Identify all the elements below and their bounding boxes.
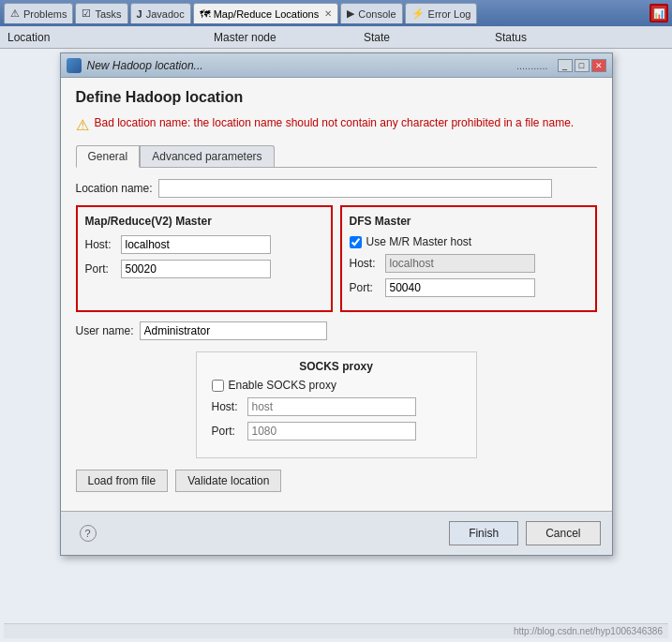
socks-title: SOCKS proxy xyxy=(212,360,461,373)
tab-console-label: Console xyxy=(358,8,396,20)
dfs-port-label: Port: xyxy=(350,281,380,294)
dfs-host-row: Host: xyxy=(350,254,588,273)
tab-javadoc-label: Javadoc xyxy=(146,8,185,20)
mr-port-row: Port: xyxy=(85,260,323,278)
username-input[interactable] xyxy=(140,321,327,340)
help-icon[interactable]: ? xyxy=(80,525,97,542)
tab-advanced[interactable]: Advanced parameters xyxy=(140,145,274,167)
socks-port-row: Port: xyxy=(212,422,461,440)
load-from-file-btn[interactable]: Load from file xyxy=(76,470,169,492)
col-master: Master node xyxy=(214,31,364,44)
dfs-host-label: Host: xyxy=(350,257,380,270)
column-headers: Location Master node State Status xyxy=(0,26,672,49)
toolbar-btn-icon: 📊 xyxy=(653,8,665,19)
tab-general[interactable]: General xyxy=(76,145,141,168)
dfs-master-panel: DFS Master Use M/R Master host Host: Por… xyxy=(340,205,597,312)
tab-errorlog[interactable]: ⚡ Error Log xyxy=(405,3,478,23)
dialog-titlebar: New Hadoop location... ........... _ □ ✕ xyxy=(61,53,612,78)
tabs-bar: General Advanced parameters xyxy=(76,145,597,168)
problems-icon: ⚠ xyxy=(10,7,20,20)
username-row: User name: xyxy=(76,321,597,340)
use-mr-row: Use M/R Master host xyxy=(350,235,588,248)
dfs-host-input[interactable] xyxy=(385,254,535,273)
mr-port-label: Port: xyxy=(85,262,115,276)
console-icon: ▶ xyxy=(347,7,354,20)
warning-icon: ⚠ xyxy=(76,116,89,134)
dialog-heading: Define Hadoop location xyxy=(76,89,597,106)
tab-mapreduce-label: Map/Reduce Locations xyxy=(214,8,320,20)
tab-tasks[interactable]: ☑ Tasks xyxy=(75,3,127,23)
cancel-btn[interactable]: Cancel xyxy=(526,521,600,545)
dfs-port-input[interactable] xyxy=(385,278,535,297)
enable-socks-checkbox[interactable] xyxy=(212,380,224,392)
close-dialog-btn[interactable]: ✕ xyxy=(591,59,606,72)
tab-problems-label: Problems xyxy=(23,8,67,20)
username-label: User name: xyxy=(76,324,134,337)
mr-port-input[interactable] xyxy=(121,260,271,278)
tab-console[interactable]: ▶ Console xyxy=(340,3,402,23)
validate-location-btn[interactable]: Validate location xyxy=(175,470,281,492)
socks-host-row: Host: xyxy=(212,397,461,416)
minimize-btn[interactable]: _ xyxy=(558,59,573,72)
location-name-row: Location name: xyxy=(76,179,597,198)
masters-row: Map/Reduce(V2) Master Host: Port: DFS Ma… xyxy=(76,205,597,312)
toolbar-special-btn[interactable]: 📊 xyxy=(650,4,668,22)
socks-host-label: Host: xyxy=(212,400,242,413)
mr-master-panel: Map/Reduce(V2) Master Host: Port: xyxy=(76,205,333,312)
socks-port-label: Port: xyxy=(212,425,242,438)
enable-socks-label: Enable SOCKS proxy xyxy=(229,379,336,392)
mr-host-input[interactable] xyxy=(121,235,271,254)
socks-section: SOCKS proxy Enable SOCKS proxy Host: Por… xyxy=(196,351,477,458)
mr-host-row: Host: xyxy=(85,235,323,254)
bottom-area: http://blog.csdn.net/hyp1006346386 xyxy=(4,623,668,638)
action-buttons: Load from file Validate location xyxy=(76,470,597,492)
tab-mapreduce[interactable]: 🗺 Map/Reduce Locations ✕ xyxy=(193,3,339,23)
location-name-label: Location name: xyxy=(76,182,153,195)
dfs-master-title: DFS Master xyxy=(350,215,588,228)
top-bar: ⚠ Problems ☑ Tasks J Javadoc 🗺 Map/Reduc… xyxy=(0,0,672,26)
dialog-body: Define Hadoop location ⚠ Bad location na… xyxy=(61,78,612,511)
mr-master-title: Map/Reduce(V2) Master xyxy=(85,215,323,228)
tab-tasks-label: Tasks xyxy=(95,8,121,20)
hadoop-icon xyxy=(67,58,82,73)
location-name-input[interactable] xyxy=(158,179,552,198)
enable-socks-row: Enable SOCKS proxy xyxy=(212,379,461,392)
col-status: Status xyxy=(495,31,589,44)
mr-host-label: Host: xyxy=(85,238,115,251)
mapreduce-icon: 🗺 xyxy=(200,8,210,20)
errorlog-icon: ⚡ xyxy=(411,7,425,20)
tab-problems[interactable]: ⚠ Problems xyxy=(4,3,73,23)
use-mr-checkbox[interactable] xyxy=(350,236,362,248)
socks-port-input[interactable] xyxy=(247,422,416,440)
url-bar: http://blog.csdn.net/hyp1006346386 xyxy=(4,623,668,638)
tasks-icon: ☑ xyxy=(82,7,91,20)
dialog-window: New Hadoop location... ........... _ □ ✕… xyxy=(60,52,613,556)
use-mr-label: Use M/R Master host xyxy=(366,235,472,248)
help-area: ? xyxy=(72,519,104,547)
dialog-title: New Hadoop location... xyxy=(87,59,516,72)
dfs-port-row: Port: xyxy=(350,278,588,297)
dialog-title-ip: ........... xyxy=(516,60,548,71)
col-location: Location xyxy=(7,31,214,44)
finish-btn[interactable]: Finish xyxy=(449,521,518,545)
warning-text: Bad location name: the location name sho… xyxy=(95,115,575,131)
tab-mapreduce-close[interactable]: ✕ xyxy=(324,8,332,19)
tab-javadoc[interactable]: J Javadoc xyxy=(130,3,191,23)
main-area: New Hadoop location... ........... _ □ ✕… xyxy=(0,49,672,642)
warning-box: ⚠ Bad location name: the location name s… xyxy=(76,115,597,134)
col-state: State xyxy=(364,31,495,44)
socks-host-input[interactable] xyxy=(247,397,416,416)
dialog-footer: ? Finish Cancel xyxy=(61,511,612,555)
maximize-btn[interactable]: □ xyxy=(575,59,590,72)
tab-errorlog-label: Error Log xyxy=(428,8,471,20)
top-bar-right: 📊 xyxy=(650,4,668,22)
javadoc-icon: J xyxy=(137,8,142,20)
